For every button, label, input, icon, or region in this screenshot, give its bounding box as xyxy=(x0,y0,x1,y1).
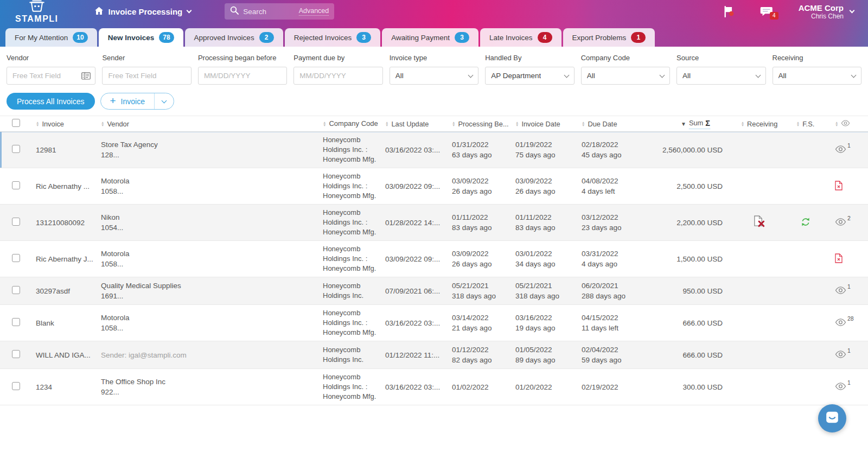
chat-launcher[interactable] xyxy=(818,404,846,432)
export-problem-doc-icon[interactable] xyxy=(835,184,843,192)
sort-icon: ▲▼ xyxy=(741,121,744,126)
vendor-cell: Sender: igal@stampli.com xyxy=(95,351,315,359)
row-checkbox[interactable] xyxy=(12,181,20,189)
sort-desc-icon: ▼ xyxy=(681,121,686,127)
select-all-checkbox[interactable] xyxy=(12,119,20,127)
tab-approved-invoices[interactable]: Approved Invoices2 xyxy=(185,28,283,47)
filter-label: Handled By xyxy=(485,54,574,62)
invoice-row[interactable]: Ric Abernathy ...Motorola1058...Honeycom… xyxy=(0,168,868,205)
company-code-select[interactable]: All xyxy=(581,67,670,85)
column-header-sum[interactable]: ▼SumΣ xyxy=(655,119,736,129)
process-all-invoices-button[interactable]: Process All Invoices xyxy=(7,93,95,110)
tab-late-invoices[interactable]: Late Invoices4 xyxy=(480,28,561,47)
stampli-logo[interactable]: STAMPLI xyxy=(15,0,59,23)
brand-name: STAMPLI xyxy=(15,15,59,23)
column-header-company-code[interactable]: ▲▼Company Code xyxy=(315,119,379,129)
column-header-invoice[interactable]: ▲▼Invoice xyxy=(30,120,95,128)
filter-invoice-type: Invoice typeAll xyxy=(390,54,478,85)
invoice-number: WILL AND IGA... xyxy=(30,351,95,359)
tab-count-badge: 2 xyxy=(259,32,274,43)
row-checkbox[interactable] xyxy=(12,318,20,326)
invoice-row[interactable]: 30297asdfQuality Medical Supplies1691...… xyxy=(0,277,868,305)
invoice-number: 12981 xyxy=(30,146,95,154)
tab-count-badge: 1 xyxy=(631,32,646,43)
payment-due-by-input[interactable] xyxy=(294,67,382,84)
form-list-icon[interactable] xyxy=(81,72,91,82)
advanced-search-link[interactable]: Advanced xyxy=(299,7,329,16)
row-checkbox[interactable] xyxy=(12,286,20,294)
row-checkbox[interactable] xyxy=(12,350,20,358)
sync-success-icon[interactable] xyxy=(801,220,810,228)
tab-awaiting-payment[interactable]: Awaiting Payment3 xyxy=(382,28,478,47)
views-eye-icon[interactable] xyxy=(835,351,846,360)
export-problem-doc-icon[interactable] xyxy=(835,257,843,265)
top-bar: STAMPLI Invoice Processing Advanced 4 xyxy=(0,0,868,23)
invoice-row[interactable]: WILL AND IGA...Sender: igal@stampli.comH… xyxy=(0,341,868,369)
account-menu[interactable]: ACME Corp Chris Chen xyxy=(799,3,854,20)
add-invoice-dropdown[interactable] xyxy=(154,93,174,109)
vendor-name: Motorola xyxy=(101,313,315,323)
views-cell: 2 xyxy=(828,218,868,227)
invoice-type-select[interactable]: All xyxy=(390,67,478,85)
invoice-date: 03/09/202226 days ago xyxy=(509,176,575,196)
tab-export-problems[interactable]: Export Problems1 xyxy=(563,28,655,47)
column-header-vendor[interactable]: ▲▼Vendor xyxy=(95,120,315,128)
due-date: 03/12/202223 days ago xyxy=(575,212,655,233)
views-eye-icon[interactable] xyxy=(835,218,846,227)
invoice-row[interactable]: Ric Abernathy J...Motorola1058...Honeyco… xyxy=(0,241,868,277)
module-switcher[interactable]: Invoice Processing xyxy=(94,7,192,17)
column-header-due-date[interactable]: ▲▼Due Date xyxy=(575,120,655,128)
fs-status xyxy=(782,217,828,228)
row-checkbox[interactable] xyxy=(12,382,20,390)
filter-label: Company Code xyxy=(581,54,670,62)
invoice-row[interactable]: 131210080092Nikon1054...Honeycomb Holdin… xyxy=(0,205,868,241)
add-invoice-button[interactable]: + Invoice xyxy=(100,93,174,110)
invoice-number: 30297asdf xyxy=(30,287,95,295)
search-input[interactable] xyxy=(243,8,293,16)
invoice-number: Blank xyxy=(30,319,95,327)
column-header-invoice-date[interactable]: ▲▼Invoice Date xyxy=(509,120,575,128)
invoice-sum: 1,500.00 USD xyxy=(655,255,736,263)
due-date: 02/04/202259 days ago xyxy=(575,345,655,365)
column-header-last-update[interactable]: ▲▼Last Update xyxy=(379,120,445,128)
views-eye-icon[interactable] xyxy=(835,319,846,328)
flag-icon[interactable] xyxy=(724,6,735,17)
source-select[interactable]: All xyxy=(676,67,765,85)
plus-icon: + xyxy=(110,95,116,107)
sort-icon: ▲▼ xyxy=(452,121,455,126)
column-header-fs[interactable]: ▲▼F.S. xyxy=(782,120,828,128)
column-header-views[interactable]: ▲▼ xyxy=(828,120,868,128)
processing-began-before-input[interactable] xyxy=(199,67,286,84)
invoice-row[interactable]: BlankMotorola1058...Honeycomb Holdings I… xyxy=(0,305,868,341)
sort-icon: ▲▼ xyxy=(323,121,326,126)
stampli-robot-icon xyxy=(25,0,48,14)
row-checkbox[interactable] xyxy=(12,145,20,153)
chevron-down-icon xyxy=(755,72,761,78)
vendor-number: 1691... xyxy=(101,291,315,301)
row-checkbox[interactable] xyxy=(12,254,20,262)
last-update: 03/16/2022 03:... xyxy=(379,319,445,327)
views-eye-icon[interactable] xyxy=(835,145,846,155)
sender-input[interactable] xyxy=(103,67,190,84)
column-header-processing-began[interactable]: ▲▼Processing Be... xyxy=(445,120,509,128)
messages-icon[interactable]: 4 xyxy=(760,6,774,17)
tab-new-invoices[interactable]: New Invoices78 xyxy=(99,28,183,47)
user-name: Chris Chen xyxy=(799,12,844,20)
vendor-number: 1058... xyxy=(101,259,315,269)
invoice-row[interactable]: 12981Store Tax Agency128...Honeycomb Hol… xyxy=(0,132,868,168)
column-header-receiving[interactable]: ▲▼Receiving xyxy=(736,120,782,128)
invoice-row[interactable]: 1234The Office Shop Inc922...Honeycomb H… xyxy=(0,369,868,405)
search-box[interactable]: Advanced xyxy=(225,3,334,20)
eye-icon xyxy=(841,120,850,128)
vendor-name: Motorola xyxy=(101,249,315,259)
tab-for-my-attention[interactable]: For My Attention10 xyxy=(5,28,97,47)
receiving-select[interactable]: All xyxy=(773,67,861,85)
tab-rejected-invoices[interactable]: Rejected Invoices3 xyxy=(285,28,381,47)
select-value: All xyxy=(395,72,404,80)
receiving-rejected-doc-icon[interactable] xyxy=(753,221,765,230)
handled-by-select[interactable]: AP Department xyxy=(485,67,574,85)
views-eye-icon[interactable] xyxy=(835,287,846,296)
invoice-sum: 300.00 USD xyxy=(655,383,736,391)
row-checkbox[interactable] xyxy=(12,218,20,226)
views-eye-icon[interactable] xyxy=(835,383,846,392)
